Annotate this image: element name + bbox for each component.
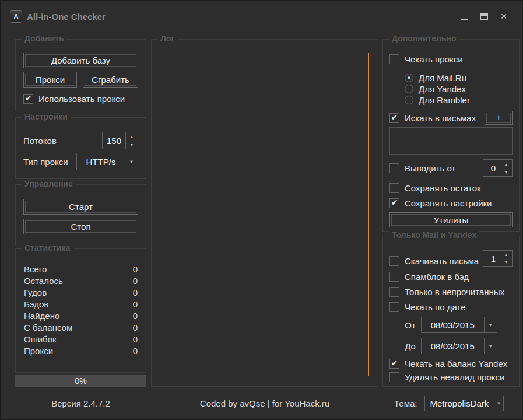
output-from-spinner[interactable]: 0 ▲ ▼ (483, 159, 513, 177)
group-log: Лог (151, 39, 378, 387)
add-search-phrase-button[interactable]: + (485, 111, 513, 125)
search-phrases-input[interactable] (389, 127, 513, 155)
check-balance-checkbox[interactable]: ✔ Чекать на баланс Yandex (389, 358, 513, 369)
radio-circle (405, 96, 413, 104)
spinner-up-button[interactable]: ▲ (126, 132, 138, 141)
theme-value: MetropolisDark (425, 396, 494, 411)
date-to-label: До (405, 341, 416, 351)
stat-value: 0 (133, 288, 138, 299)
stat-label: Ошибок (24, 334, 57, 346)
unread-only-label: Только в непрочитанных (405, 287, 504, 297)
radio-mailru-label: Для Mail.Ru (419, 73, 466, 83)
date-from-picker[interactable]: 08/03/2015 ▼ (421, 317, 497, 333)
spinner-arrows: ▲ ▼ (125, 132, 138, 149)
radio-mailru[interactable]: ● Для Mail.Ru (405, 72, 513, 83)
check-proxy-checkbox[interactable]: Чекать прокси (389, 54, 513, 64)
stat-value: 0 (133, 276, 138, 288)
stat-label: Найдено (24, 311, 59, 323)
close-button[interactable]: × (497, 10, 511, 23)
save-rest-label: Сохранять остаток (405, 183, 481, 193)
spinner-down-button[interactable]: ▼ (126, 141, 138, 149)
maximize-button[interactable] (477, 10, 491, 23)
spinner-up-button[interactable]: ▲ (500, 251, 512, 258)
progress-bar: 0% (15, 375, 146, 387)
checkbox-box (389, 272, 399, 282)
stop-button[interactable]: Стоп (23, 219, 138, 235)
proxy-button[interactable]: Прокси (23, 72, 77, 88)
minimize-icon (461, 19, 468, 20)
grab-button[interactable]: Сграбить (83, 72, 138, 88)
credits-text: Coded by avQse | for YouHack.ru (151, 398, 378, 408)
stat-row-bads: Бэдов0 (24, 299, 138, 311)
threads-spinner[interactable]: 150 ▲ ▼ (102, 132, 138, 149)
spinner-down-button[interactable]: ▼ (500, 258, 512, 266)
checkbox-box (389, 163, 399, 173)
date-to-picker[interactable]: 08/03/2015 ▼ (421, 338, 497, 354)
minimize-button[interactable] (457, 10, 471, 23)
dropdown-arrow-icon[interactable]: ▼ (484, 338, 497, 354)
check-icon: ✔ (25, 94, 32, 102)
threads-value[interactable]: 150 (103, 132, 125, 149)
arrow-down-icon: ▼ (130, 143, 134, 147)
version-text: Версия 2.4.7.2 (15, 398, 146, 408)
group-add: Добавить Добавить базу Прокси Сграбить ✔… (15, 39, 146, 111)
dropdown-arrow-icon[interactable]: ▼ (494, 396, 503, 411)
remove-invalid-checkbox[interactable]: Удалять невалид прокси (389, 372, 513, 382)
stat-label: Всего (24, 264, 47, 276)
save-settings-checkbox[interactable]: ✔ Сохранять настройки (389, 198, 513, 208)
radio-rambler[interactable]: Для Rambler (405, 94, 513, 105)
stat-value: 0 (133, 299, 138, 311)
output-from-checkbox[interactable]: Выводить от (389, 163, 455, 173)
download-letters-spinner[interactable]: 1 ▲ ▼ (483, 250, 513, 267)
group-mail-yandex: Только Mail и Yandex Скачивать письма 1 … (382, 236, 520, 387)
dropdown-arrow-icon[interactable]: ▼ (125, 153, 138, 170)
check-by-date-label: Чекать по дате (405, 302, 466, 312)
group-settings: Настройки Потоков 150 ▲ ▼ Тип прокси HTT… (15, 117, 146, 179)
date-from-value: 08/03/2015 (422, 317, 484, 332)
proxy-type-combo[interactable]: HTTP/s ▼ (76, 153, 138, 170)
stat-row-found: Найдено0 (24, 311, 138, 323)
dropdown-arrow-icon[interactable]: ▼ (484, 317, 497, 332)
checkbox-box (389, 54, 399, 64)
stat-value: 0 (133, 346, 138, 358)
theme-row: Тема: MetropolisDark ▼ (382, 396, 520, 411)
spinner-up-button[interactable]: ▲ (500, 160, 512, 168)
group-control: Управление Старт Стоп (15, 184, 146, 246)
theme-combo[interactable]: MetropolisDark ▼ (424, 396, 504, 411)
save-rest-checkbox[interactable]: Сохранять остаток (389, 183, 513, 193)
download-letters-checkbox[interactable]: Скачивать письма (389, 256, 479, 266)
group-mail-yandex-title: Только Mail и Yandex (389, 230, 479, 240)
arrow-down-icon: ▼ (504, 260, 508, 264)
log-output[interactable] (160, 52, 369, 376)
check-icon: ✔ (391, 198, 398, 206)
output-from-value[interactable]: 0 (483, 160, 500, 176)
close-icon: × (501, 11, 507, 22)
spamblock-label: Спамблок в бэд (405, 272, 469, 282)
group-stats: Статистика Всего0 Осталось0 Гудов0 Бэдов… (15, 249, 146, 373)
arrow-down-icon: ▼ (504, 170, 508, 174)
group-log-title: Лог (157, 34, 177, 43)
stat-value: 0 (133, 264, 138, 276)
use-proxy-checkbox[interactable]: ✔ Использовать прокси (23, 93, 138, 104)
utilities-button[interactable]: Утилиты (389, 212, 513, 228)
checkbox-box (389, 302, 399, 312)
arrow-up-icon: ▲ (504, 162, 508, 166)
date-from-label: От (405, 320, 416, 330)
check-balance-label: Чекать на баланс Yandex (405, 359, 507, 369)
add-base-button[interactable]: Добавить базу (23, 52, 138, 68)
search-letters-checkbox[interactable]: ✔ Искать в письмах (389, 113, 476, 123)
radio-circle (405, 85, 413, 93)
radio-dot-icon: ● (408, 75, 410, 80)
start-button[interactable]: Старт (23, 199, 138, 215)
spamblock-checkbox[interactable]: Спамблок в бэд (389, 271, 513, 282)
spinner-down-button[interactable]: ▼ (500, 168, 512, 176)
radio-circle: ● (405, 74, 413, 82)
checkbox-box: ✔ (23, 94, 33, 104)
stat-label: С балансом (24, 323, 72, 334)
proxy-type-label: Тип прокси (23, 157, 68, 167)
output-from-label: Выводить от (405, 163, 455, 173)
download-letters-value[interactable]: 1 (483, 251, 500, 266)
unread-only-checkbox[interactable]: Только в непрочитанных (389, 286, 513, 297)
check-by-date-checkbox[interactable]: Чекать по дате (389, 302, 513, 312)
radio-yandex[interactable]: Для Yandex (405, 83, 513, 94)
